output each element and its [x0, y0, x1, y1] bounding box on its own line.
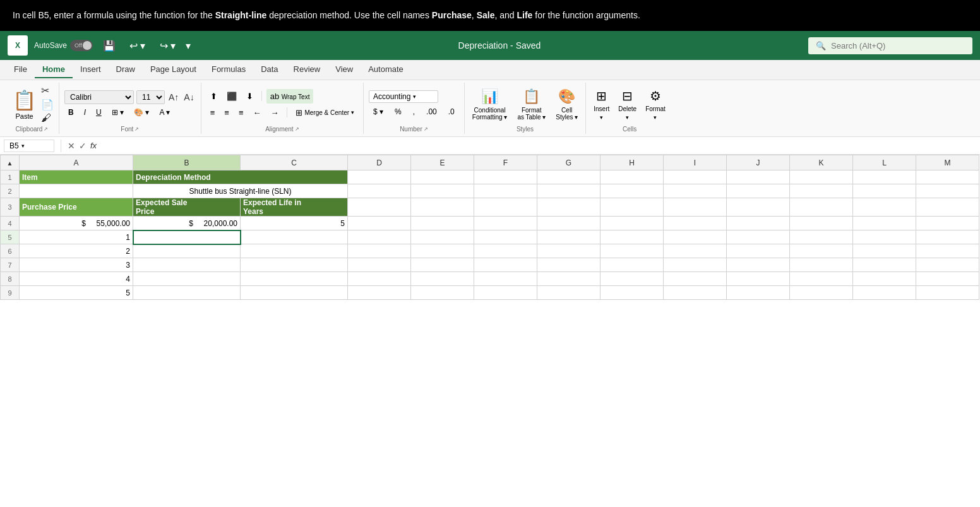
- cell-d9[interactable]: [348, 286, 411, 300]
- cell-c9[interactable]: [241, 286, 348, 300]
- cell-a7[interactable]: 3: [20, 258, 133, 272]
- delete-dropdown-icon[interactable]: ▾: [626, 114, 629, 121]
- cell-e6[interactable]: [411, 244, 474, 258]
- cell-h7[interactable]: [601, 258, 664, 272]
- merge-dropdown-icon[interactable]: ▾: [351, 109, 354, 116]
- cell-i6[interactable]: [664, 244, 727, 258]
- cell-d2[interactable]: [348, 184, 411, 198]
- cell-i5[interactable]: [664, 230, 727, 244]
- cell-d5[interactable]: [348, 230, 411, 244]
- font-expand-icon[interactable]: ↗: [134, 126, 139, 132]
- bold-button[interactable]: B: [64, 106, 78, 119]
- italic-button[interactable]: I: [80, 106, 90, 119]
- cell-k3[interactable]: [790, 198, 853, 217]
- format-dropdown-icon[interactable]: ▾: [654, 114, 657, 121]
- cell-b8[interactable]: [133, 272, 241, 286]
- cell-a6[interactable]: 2: [20, 244, 133, 258]
- format-table-button[interactable]: 📋 Formatas Table ▾: [515, 86, 548, 123]
- menu-data[interactable]: Data: [253, 61, 285, 78]
- align-right-button[interactable]: ≡: [235, 105, 248, 120]
- col-header-l[interactable]: L: [853, 155, 916, 170]
- col-header-m[interactable]: M: [916, 155, 979, 170]
- col-header-b[interactable]: B: [133, 155, 241, 170]
- font-size-select[interactable]: 11: [136, 90, 165, 104]
- copy-button[interactable]: 📄: [41, 98, 54, 110]
- cell-e7[interactable]: [411, 258, 474, 272]
- cell-g8[interactable]: [537, 272, 601, 286]
- cell-b6[interactable]: [133, 244, 241, 258]
- cell-a4[interactable]: $ 55,000.00: [20, 217, 133, 230]
- col-header-i[interactable]: I: [664, 155, 727, 170]
- menu-formulas[interactable]: Formulas: [204, 61, 253, 78]
- cell-g7[interactable]: [537, 258, 601, 272]
- search-box[interactable]: 🔍: [808, 37, 972, 54]
- cell-j4[interactable]: [727, 217, 790, 230]
- cell-l8[interactable]: [853, 272, 916, 286]
- cell-b5[interactable]: [133, 230, 241, 244]
- formula-input[interactable]: [100, 140, 976, 152]
- cell-f1[interactable]: [474, 170, 537, 184]
- cell-c4[interactable]: 5: [241, 217, 348, 230]
- cell-b9[interactable]: [133, 286, 241, 300]
- cell-l7[interactable]: [853, 258, 916, 272]
- cell-j2[interactable]: [727, 184, 790, 198]
- cell-e8[interactable]: [411, 272, 474, 286]
- dec-decrease-button[interactable]: .0: [444, 105, 459, 118]
- cell-j3[interactable]: [727, 198, 790, 217]
- merge-center-button[interactable]: ⊞ Merge & Center ▾: [292, 105, 358, 120]
- cell-g6[interactable]: [537, 244, 601, 258]
- col-header-d[interactable]: D: [348, 155, 411, 170]
- conditional-formatting-button[interactable]: 📊 ConditionalFormatting ▾: [470, 86, 510, 123]
- cell-i4[interactable]: [664, 217, 727, 230]
- cell-i2[interactable]: [664, 184, 727, 198]
- cell-h5[interactable]: [601, 230, 664, 244]
- font-grow-button[interactable]: A↑: [167, 91, 180, 104]
- cell-c8[interactable]: [241, 272, 348, 286]
- cell-k8[interactable]: [790, 272, 853, 286]
- cell-l6[interactable]: [853, 244, 916, 258]
- underline-button[interactable]: U: [92, 106, 105, 119]
- cell-k2[interactable]: [790, 184, 853, 198]
- menu-insert[interactable]: Insert: [73, 61, 109, 78]
- col-header-g[interactable]: G: [537, 155, 601, 170]
- wrap-text-button[interactable]: ab Wrap Text: [266, 89, 314, 104]
- cell-e9[interactable]: [411, 286, 474, 300]
- cell-k1[interactable]: [790, 170, 853, 184]
- menu-review[interactable]: Review: [286, 61, 328, 78]
- cell-ref-dropdown[interactable]: ▾: [21, 143, 25, 149]
- cell-m9[interactable]: [916, 286, 979, 300]
- cell-a8[interactable]: 4: [20, 272, 133, 286]
- cell-a9[interactable]: 5: [20, 286, 133, 300]
- cell-l9[interactable]: [853, 286, 916, 300]
- menu-page-layout[interactable]: Page Layout: [143, 61, 204, 78]
- cell-f9[interactable]: [474, 286, 537, 300]
- delete-cells-button[interactable]: ⊟ Delete ▾: [616, 86, 639, 123]
- align-left-button[interactable]: ≡: [206, 105, 219, 120]
- menu-automate[interactable]: Automate: [361, 61, 411, 78]
- align-top-button[interactable]: ⬆: [206, 89, 221, 104]
- format-painter-button[interactable]: 🖌: [41, 112, 54, 124]
- cell-d8[interactable]: [348, 272, 411, 286]
- cell-h4[interactable]: [601, 217, 664, 230]
- cell-f7[interactable]: [474, 258, 537, 272]
- col-header-e[interactable]: E: [411, 155, 474, 170]
- borders-button[interactable]: ⊞ ▾: [108, 106, 128, 119]
- cell-f4[interactable]: [474, 217, 537, 230]
- cell-l1[interactable]: [853, 170, 916, 184]
- cell-m4[interactable]: [916, 217, 979, 230]
- align-middle-button[interactable]: ⬛: [223, 89, 241, 104]
- cell-d6[interactable]: [348, 244, 411, 258]
- cell-g5[interactable]: [537, 230, 601, 244]
- cell-j7[interactable]: [727, 258, 790, 272]
- menu-file[interactable]: File: [6, 61, 35, 78]
- comma-button[interactable]: ,: [409, 105, 419, 118]
- cell-e2[interactable]: [411, 184, 474, 198]
- autosave-toggle[interactable]: Off: [70, 40, 93, 51]
- font-shrink-button[interactable]: A↓: [182, 91, 195, 104]
- cell-c7[interactable]: [241, 258, 348, 272]
- fill-color-button[interactable]: 🎨 ▾: [130, 106, 153, 119]
- cell-j8[interactable]: [727, 272, 790, 286]
- col-header-j[interactable]: J: [727, 155, 790, 170]
- cell-f5[interactable]: [474, 230, 537, 244]
- cell-i7[interactable]: [664, 258, 727, 272]
